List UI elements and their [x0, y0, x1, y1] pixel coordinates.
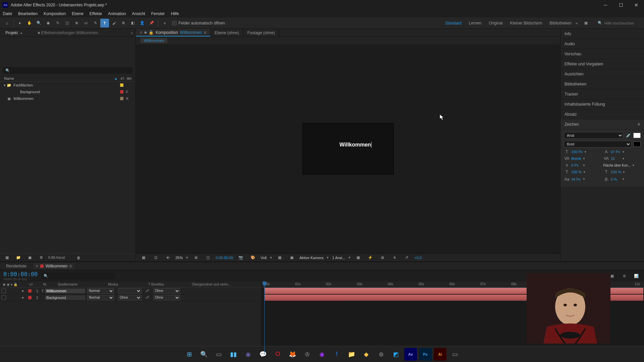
workspace-original[interactable]: Original [489, 21, 502, 25]
orbit-tool[interactable]: ◉ [44, 19, 53, 27]
help-search[interactable]: 🔍 [598, 21, 641, 25]
camera-tool[interactable]: ◫ [63, 19, 71, 27]
timeline-icon[interactable]: ⊞ [378, 253, 387, 262]
col-art[interactable]: Art [127, 76, 131, 80]
clone-tool[interactable]: ⧉ [119, 19, 128, 27]
mask-icon[interactable]: 👁 [163, 253, 172, 262]
workspace-lernen[interactable]: Lernen [469, 21, 481, 25]
views-dropdown[interactable]: 1 Ansi... [332, 256, 345, 260]
menu-fenster[interactable]: Fenster [151, 11, 165, 16]
layer-name[interactable]: Willkommen [45, 289, 85, 293]
layer-tab[interactable]: Ebene (ohne) [211, 29, 244, 37]
project-item[interactable]: Background F [0, 88, 136, 95]
layer-name[interactable]: Background [45, 295, 85, 300]
text-layer[interactable]: Willkommen [339, 142, 371, 148]
pickwhip-icon[interactable]: ☍ [146, 295, 149, 300]
track-matte-dropdown[interactable] [118, 288, 142, 294]
font-style-dropdown[interactable]: Bold [564, 141, 631, 147]
panel-info[interactable]: Info [560, 29, 644, 39]
explorer-icon[interactable]: 📁 [345, 348, 358, 361]
whatsapp-icon[interactable]: 💬 [257, 348, 269, 361]
search-button[interactable]: 🔍 [198, 348, 210, 361]
viewer-timecode[interactable]: 0:00:00:00 [216, 256, 233, 260]
workspace-bibliotheken[interactable]: Bibliotheken [550, 21, 572, 25]
col-name[interactable]: Name [4, 76, 114, 80]
panel-zeichen[interactable]: Zeichen≡ [560, 119, 644, 129]
shape-tool[interactable]: ▭ [82, 19, 90, 27]
composition-tab[interactable]: × ■ 🔒 Komposition Willkommen ≡ [136, 29, 211, 37]
puppet-tool[interactable]: 📌 [147, 19, 156, 27]
task-view-button[interactable]: ▭ [212, 348, 225, 361]
help-search-input[interactable] [604, 21, 641, 25]
timeline-search[interactable]: 🔍 [41, 273, 115, 279]
panel-overflow-icon[interactable]: » [131, 31, 136, 35]
menu-ebene[interactable]: Ebene [72, 11, 84, 16]
vscode-icon[interactable]: ◩ [389, 348, 402, 361]
project-search-input[interactable] [10, 68, 130, 72]
3d-icon[interactable]: ▣ [287, 253, 296, 262]
blend-mode-dropdown[interactable]: Normal [87, 288, 114, 294]
after-effects-icon[interactable]: Ae [404, 348, 417, 361]
alpha-icon[interactable]: ▦ [139, 253, 148, 262]
text-tool[interactable]: T [100, 19, 109, 27]
kerning-value[interactable]: Metrik [571, 157, 581, 161]
layer-row[interactable]: ▸ 1 T Willkommen Normal ☍ Ohne [0, 288, 261, 294]
rotation-tool[interactable]: ↻ [53, 19, 62, 27]
anchor-tool[interactable]: ⊕ [72, 19, 81, 27]
col-type-icon[interactable]: 🏷 [120, 76, 124, 80]
panel-tracker[interactable]: Tracker [560, 89, 644, 99]
snapshot-button[interactable]: 📷 [236, 253, 245, 262]
panel-effekte-und-vorgaben[interactable]: Effekte und Vorgaben [560, 59, 644, 69]
menu-bearbeiten[interactable]: Bearbeiten [18, 11, 38, 16]
interpret-icon[interactable]: ▦ [3, 253, 11, 262]
stroke-color[interactable] [633, 141, 641, 147]
render-queue-tab[interactable]: Renderliste [3, 263, 29, 269]
bit-depth[interactable]: 8-Bit-Kanal [48, 256, 65, 259]
menu-hilfe[interactable]: Hilfe [171, 11, 179, 16]
motion-blur-icon[interactable]: ⊘ [620, 272, 629, 280]
visibility-toggle[interactable] [1, 289, 6, 293]
track-matte-dropdown[interactable]: Ohne [118, 295, 142, 300]
tsume-value[interactable]: 0 % [611, 177, 621, 181]
fill-color[interactable] [633, 133, 641, 138]
project-item[interactable]: ▾ 📁 Farbflächen [0, 82, 136, 88]
panel-audio[interactable]: Audio [560, 39, 644, 49]
flowchart-icon[interactable]: ⋔ [390, 253, 399, 262]
baseline-value[interactable]: 34 Px [571, 177, 581, 181]
show-snapshot-icon[interactable]: 🎨 [249, 253, 257, 262]
project-search[interactable]: 🔍 [3, 67, 133, 74]
start-button[interactable]: ⊞ [183, 348, 196, 361]
roi-icon[interactable]: ◫ [204, 253, 212, 262]
resolution-dropdown[interactable]: Voll [261, 256, 267, 260]
panel-absatz[interactable]: Absatz [560, 109, 644, 119]
composition-viewer[interactable]: Willkommen [136, 44, 560, 253]
parent-dropdown[interactable]: Ohne [153, 288, 180, 294]
app-icon-2[interactable]: ◆ [360, 348, 373, 361]
stroke-width-value[interactable]: 0 Px [571, 163, 581, 167]
tracking-value[interactable]: 10 [611, 157, 621, 161]
workspace-panel-icon[interactable]: ▦ [582, 19, 590, 27]
close-button[interactable]: ✕ [629, 0, 644, 10]
selection-tool[interactable]: ▸ [16, 19, 24, 27]
hscale-value[interactable]: 100 % [611, 170, 621, 174]
vscale-value[interactable]: 100 % [571, 170, 582, 174]
reset-exposure-icon[interactable]: ↺ [402, 253, 411, 262]
project-item[interactable]: ▣ Willkommen K [0, 95, 136, 102]
roto-tool[interactable]: 👤 [138, 19, 147, 27]
panel-vorschau[interactable]: Vorschau [560, 49, 644, 59]
project-tab[interactable]: Projekt ≡ [3, 29, 25, 37]
timeline-comp-tab[interactable]: × Willkommen ≡ [33, 263, 74, 269]
photoshop-icon[interactable]: Ps [419, 348, 432, 361]
teams-icon[interactable]: ◉ [242, 348, 255, 361]
channel-icon[interactable]: ⊡ [151, 253, 160, 262]
camera-dropdown[interactable]: Aktive Kamera [300, 256, 324, 260]
workspace-overflow-icon[interactable]: » [572, 19, 581, 27]
blend-mode-dropdown[interactable]: Normal [87, 295, 114, 300]
footage-tab[interactable]: Footage (ohne) [243, 29, 279, 37]
obs-icon[interactable]: ⊚ [375, 348, 387, 361]
workspace-standard[interactable]: Standard [445, 21, 462, 25]
timeline-search-input[interactable] [48, 274, 112, 279]
new-comp-icon[interactable]: ▣ [25, 253, 34, 262]
sort-arrow-icon[interactable]: ▲ [114, 76, 118, 80]
illustrator-icon[interactable]: Ai [434, 348, 446, 361]
